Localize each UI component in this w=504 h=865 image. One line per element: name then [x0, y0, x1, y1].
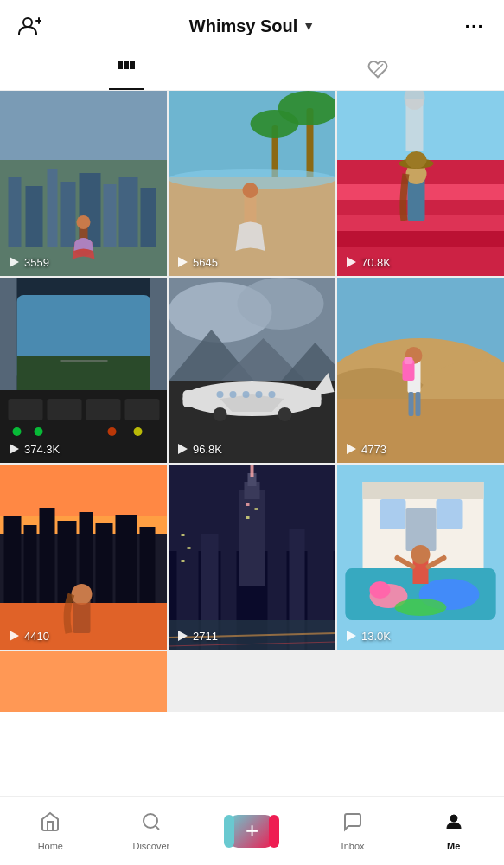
svg-rect-7: [124, 67, 129, 69]
view-count: 13.0K: [361, 630, 391, 643]
svg-rect-62: [0, 278, 17, 390]
svg-rect-5: [130, 61, 135, 67]
svg-rect-54: [9, 399, 43, 420]
svg-rect-3: [118, 61, 123, 67]
svg-rect-13: [26, 186, 43, 247]
video-cell[interactable]: 4410: [0, 465, 167, 650]
video-stats: 4410: [7, 629, 49, 643]
svg-rect-102: [4, 516, 22, 603]
svg-rect-140: [437, 499, 463, 529]
svg-marker-48: [347, 257, 356, 267]
nav-discover-label: Discover: [132, 841, 169, 851]
nav-inbox-label: Inbox: [341, 841, 365, 851]
nav-add[interactable]: +: [201, 815, 303, 848]
svg-marker-23: [10, 257, 19, 267]
svg-rect-155: [0, 651, 167, 712]
nav-discover[interactable]: Discover: [101, 811, 202, 851]
video-stats: 3559: [7, 255, 49, 269]
svg-point-79: [217, 391, 224, 398]
svg-rect-107: [96, 523, 113, 603]
nav-home[interactable]: Home: [0, 811, 101, 851]
chevron-down-icon: ▼: [303, 19, 315, 33]
svg-rect-52: [61, 360, 108, 362]
svg-rect-95: [409, 392, 414, 416]
svg-marker-34: [178, 257, 188, 267]
svg-rect-119: [251, 465, 254, 477]
more-options-button[interactable]: ···: [459, 10, 490, 42]
account-title[interactable]: Whimsy Soul ▼: [189, 16, 315, 36]
svg-point-47: [406, 151, 427, 169]
nav-me[interactable]: Me: [403, 811, 504, 851]
svg-rect-18: [119, 177, 138, 247]
nav-inbox[interactable]: Inbox: [303, 811, 404, 851]
svg-rect-42: [337, 231, 504, 248]
svg-rect-108: [116, 515, 137, 603]
svg-marker-84: [178, 444, 188, 454]
svg-point-111: [72, 584, 93, 605]
video-cell[interactable]: 2711: [169, 465, 335, 650]
svg-rect-12: [9, 177, 22, 247]
view-count: 374.3K: [24, 443, 60, 456]
svg-rect-139: [380, 499, 406, 529]
grid-icon: [116, 59, 137, 83]
svg-rect-94: [405, 357, 413, 364]
svg-rect-56: [86, 399, 121, 420]
home-icon: [40, 811, 61, 837]
view-count: 4773: [361, 443, 386, 456]
svg-marker-153: [347, 631, 356, 641]
svg-rect-128: [182, 560, 185, 562]
tab-grid[interactable]: [0, 52, 252, 90]
view-count: 70.8K: [361, 256, 391, 269]
add-button[interactable]: +: [229, 815, 274, 848]
video-cell[interactable]: 3559: [0, 91, 167, 276]
svg-point-29: [251, 110, 299, 138]
video-stats: 2711: [175, 629, 218, 643]
svg-rect-130: [246, 516, 250, 519]
svg-rect-17: [104, 184, 117, 247]
svg-rect-109: [140, 527, 156, 603]
video-cell[interactable]: 374.3K: [0, 278, 167, 463]
profile-tabs: [0, 52, 504, 91]
heart-icon: [367, 59, 388, 83]
svg-rect-57: [125, 399, 160, 420]
video-stats: 374.3K: [7, 442, 60, 456]
video-cell[interactable]: 4773: [337, 278, 504, 463]
svg-rect-138: [363, 482, 484, 499]
svg-point-58: [13, 427, 22, 436]
svg-point-80: [230, 391, 237, 398]
video-cell[interactable]: 96.8K: [169, 278, 335, 463]
svg-rect-131: [255, 508, 258, 510]
video-stats: 5645: [175, 255, 218, 269]
svg-rect-127: [188, 547, 191, 549]
add-user-button[interactable]: [14, 10, 45, 42]
bottom-nav: Home Discover + Inbox Me: [0, 796, 504, 865]
svg-rect-19: [141, 188, 156, 247]
video-cell[interactable]: 13.0K: [337, 465, 504, 650]
view-count: 2711: [193, 630, 218, 643]
svg-point-60: [108, 427, 117, 436]
header: Whimsy Soul ▼ ···: [0, 0, 504, 52]
svg-marker-135: [178, 631, 188, 641]
svg-rect-116: [239, 490, 265, 586]
video-cell[interactable]: 70.8K: [337, 91, 504, 276]
svg-point-68: [238, 278, 324, 330]
video-stats: 13.0K: [344, 629, 391, 643]
svg-point-22: [77, 215, 91, 229]
svg-point-78: [278, 407, 292, 421]
view-count: 96.8K: [193, 443, 222, 456]
svg-point-61: [134, 427, 143, 436]
video-stats: 70.8K: [344, 255, 391, 269]
svg-rect-8: [130, 67, 135, 69]
svg-point-0: [23, 18, 32, 27]
nav-home-label: Home: [38, 841, 63, 851]
view-count: 4410: [24, 630, 49, 643]
svg-rect-6: [118, 67, 123, 69]
svg-point-77: [214, 407, 227, 421]
video-cell[interactable]: [0, 651, 167, 712]
svg-point-147: [370, 581, 391, 599]
video-cell[interactable]: 5645: [169, 91, 335, 276]
inbox-icon: [342, 811, 363, 837]
video-grid: 3559: [0, 91, 504, 712]
svg-point-81: [243, 391, 250, 398]
tab-liked[interactable]: [252, 52, 505, 90]
